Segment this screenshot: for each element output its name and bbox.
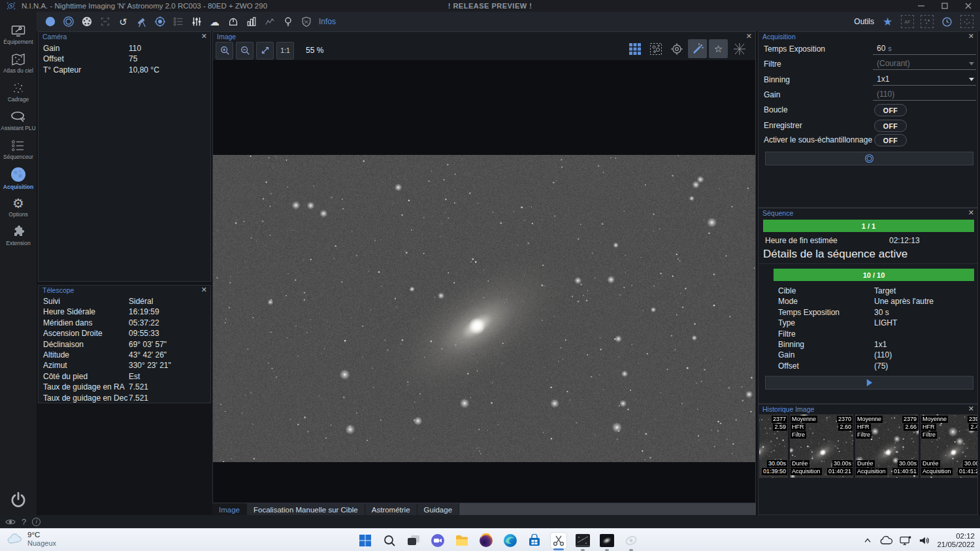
clock-widget[interactable]: 02:12 21/05/2022	[937, 532, 975, 549]
safety-shield-icon[interactable]	[299, 15, 313, 29]
exposure-input[interactable]: 60 s	[873, 42, 976, 55]
telescope-icon[interactable]	[135, 15, 148, 29]
history-panel-close-icon[interactable]: ✕	[968, 405, 974, 413]
history-thumbnail[interactable]: Moyenne2377 HFR2.59 Filtre Durée30.00s A…	[759, 414, 788, 478]
captured-image[interactable]	[213, 155, 755, 462]
power-button[interactable]	[8, 490, 28, 510]
end-time-value: 02:12:13	[889, 236, 920, 245]
auto-stretch-wand-icon[interactable]	[688, 39, 707, 58]
chat-icon[interactable]	[429, 532, 446, 549]
outils-label: Outils	[854, 17, 874, 26]
onedrive-icon[interactable]	[879, 536, 892, 545]
edge-icon[interactable]	[502, 532, 519, 549]
snipping-tool-icon[interactable]	[550, 532, 567, 549]
zoom-in-button[interactable]	[216, 42, 233, 59]
history-clock-icon[interactable]	[940, 15, 954, 29]
star-outline-icon[interactable]: ☆	[709, 39, 728, 58]
image-viewer-app-icon[interactable]	[574, 532, 591, 549]
loop-toggle[interactable]: OFF	[874, 104, 907, 116]
sidebar-item-sequenceur[interactable]: Séquenceur	[0, 135, 37, 163]
save-toggle[interactable]: OFF	[874, 120, 907, 132]
sidebar-item-cadrage[interactable]: Cadrage	[0, 77, 37, 106]
maximize-button[interactable]	[933, 0, 956, 12]
weather-temperature: 9°C	[27, 531, 56, 539]
history-thumbnail[interactable]: Moyenne2379 HFR2.66 Filtre Durée30.00s A…	[855, 414, 919, 478]
history-thumbnail[interactable]: Moyenne2370 HFR2.60 Filtre Durée30.00s A…	[790, 414, 853, 478]
filter-dropdown[interactable]: (Courant)	[873, 58, 976, 70]
telescope-panel-close-icon[interactable]: ✕	[201, 286, 207, 294]
plate-solve-icon[interactable]	[960, 15, 973, 28]
aperture-icon[interactable]	[61, 15, 75, 29]
sidebar-item-extension[interactable]: Extension	[0, 221, 37, 250]
weather-widget[interactable]: 9°C Nuageux	[7, 531, 56, 548]
firefox-icon[interactable]	[478, 532, 495, 549]
camera-icon[interactable]	[43, 15, 57, 29]
star-detection-icon[interactable]	[646, 39, 665, 58]
tab-astrometrie[interactable]: Astrométrie	[365, 503, 417, 516]
display-network-icon[interactable]	[899, 535, 912, 546]
camera-panel-close-icon[interactable]: ✕	[201, 32, 207, 41]
acquisition-panel-title: Acquisition	[762, 33, 796, 41]
sequence-panel-title: Séquence	[762, 209, 793, 217]
help-icon[interactable]: ?	[22, 517, 26, 527]
microsoft-store-icon[interactable]	[526, 532, 543, 549]
zoom-out-button[interactable]	[236, 42, 253, 59]
dome-icon[interactable]	[226, 15, 240, 29]
telescope-row: Méridien dans05:37:22	[39, 318, 210, 329]
sidebar-item-options[interactable]: ⚙ Options	[0, 192, 37, 221]
sequence-details-heading: Détails de la séquence active	[763, 248, 907, 261]
sequence-panel-close-icon[interactable]: ✕	[968, 209, 974, 217]
sidebar-item-acquisition[interactable]: Acquisition	[0, 163, 37, 192]
focuser-icon[interactable]	[98, 15, 112, 29]
graph-icon[interactable]	[263, 15, 276, 29]
minimize-button[interactable]	[909, 0, 933, 12]
sliders-icon[interactable]	[189, 15, 203, 29]
rotator-icon[interactable]: ↺	[116, 15, 130, 29]
filter-wheel-icon[interactable]	[80, 15, 93, 29]
tab-focalisation[interactable]: Focalisation Manuelle sur Cible	[247, 503, 365, 516]
crosshair-icon[interactable]	[667, 39, 686, 58]
switch-list-icon[interactable]	[171, 15, 185, 29]
histogram-icon[interactable]	[244, 15, 258, 29]
file-explorer-icon[interactable]	[453, 532, 470, 549]
autofocus-icon[interactable]: AF	[901, 15, 914, 28]
volume-icon[interactable]	[919, 535, 930, 546]
tray-chevron-up-icon[interactable]	[862, 535, 873, 546]
eye-icon[interactable]	[5, 518, 16, 526]
subsample-toggle[interactable]: OFF	[874, 134, 907, 146]
capture-button[interactable]	[765, 152, 973, 165]
one-to-one-button[interactable]: 1:1	[276, 42, 294, 59]
close-button[interactable]	[956, 0, 980, 12]
binning-dropdown[interactable]: 1x1	[873, 73, 976, 86]
sidebar-item-equipement[interactable]: Équipement	[0, 20, 37, 48]
infos-label[interactable]: Infos	[319, 17, 336, 26]
start-sequence-button[interactable]	[765, 376, 973, 390]
bahtinov-icon[interactable]	[730, 39, 749, 58]
fit-to-screen-button[interactable]	[256, 42, 274, 59]
astro-image-app-icon[interactable]	[598, 532, 615, 549]
sidebar-item-atlas-du-ciel[interactable]: Atlas du ciel	[0, 48, 37, 77]
favorites-star-icon[interactable]: ★	[881, 15, 894, 29]
start-button[interactable]	[357, 532, 374, 549]
search-icon[interactable]	[381, 532, 398, 549]
tab-guidage[interactable]: Guidage	[417, 503, 459, 516]
tab-image[interactable]: Image	[212, 503, 247, 516]
nina-taskbar-icon[interactable]	[623, 532, 640, 549]
flat-light-icon[interactable]	[281, 15, 295, 29]
device-toolbar: ↺ ☁ Infos Outils ★ AF	[37, 12, 980, 31]
zoom-level-label: 55 %	[306, 46, 323, 55]
camera-panel: Caméra ✕ Gain110 Offset75 T° Capteur10,8…	[38, 31, 211, 282]
pixel-grid-icon[interactable]	[625, 39, 644, 58]
gain-input[interactable]: (110)	[873, 88, 976, 101]
info-icon[interactable]: i	[32, 518, 41, 526]
guider-icon[interactable]	[153, 15, 167, 29]
history-thumbnail[interactable]: Moyenne2393 HFR2.48 Filtre Durée30.00s A…	[921, 414, 977, 478]
task-view-icon[interactable]	[405, 532, 422, 549]
sidebar-item-assistant-plu[interactable]: Assistant PLU	[0, 106, 37, 135]
star-detection-settings-icon[interactable]	[921, 15, 934, 28]
weather-icon[interactable]: ☁	[208, 15, 221, 29]
acquisition-panel-close-icon[interactable]: ✕	[968, 32, 974, 41]
sequencer-icon	[10, 139, 26, 153]
imaging-tabs: Image Focalisation Manuelle sur Cible As…	[212, 503, 756, 516]
history-panel-title: Historique Image	[762, 405, 814, 413]
